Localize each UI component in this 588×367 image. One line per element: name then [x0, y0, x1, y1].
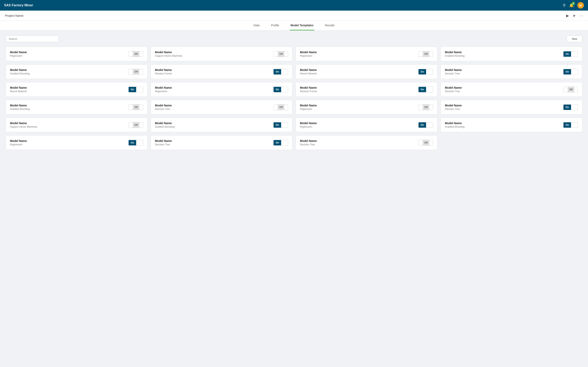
notification-badge: 4 [572, 2, 575, 5]
model-card: Model Name Support Vector Machines Off [6, 118, 147, 132]
toggle-wrap: On [273, 87, 288, 92]
share-icon[interactable]: ➤ [573, 13, 576, 18]
card-name: Model Name [445, 104, 462, 107]
toggle-off-label: Off [423, 105, 429, 110]
toggle-wrap: Off [418, 104, 433, 110]
card-info: Model Name Regression [300, 122, 317, 128]
toggle-switch[interactable]: On [273, 140, 288, 146]
card-name: Model Name [155, 50, 182, 54]
tab-profile[interactable]: Profile [270, 21, 280, 30]
toggle-wrap: On [273, 69, 288, 75]
toggle-on-label [419, 51, 423, 57]
toggle-switch[interactable]: On [129, 140, 143, 146]
toggle-switch[interactable]: On [273, 87, 288, 92]
toggle-off-label [426, 69, 429, 75]
toggle-switch[interactable]: Off [273, 104, 288, 110]
tab-model-templates[interactable]: Model Templates [290, 21, 314, 30]
card-type: Decision Tree [445, 108, 462, 110]
card-type: Gradient Boosting [445, 54, 465, 57]
avatar[interactable]: M [577, 2, 584, 8]
toggle-switch[interactable]: On [563, 104, 578, 110]
card-info: Model Name Neural Network [300, 68, 317, 75]
toggle-wrap: Off [418, 140, 433, 146]
toggle-on-label: On [563, 69, 571, 75]
card-type: Decision Tree [300, 143, 317, 146]
model-card: Model Name Regression On [6, 135, 147, 150]
card-name: Model Name [10, 50, 27, 54]
toggle-switch[interactable]: Off [129, 69, 143, 75]
new-button[interactable]: New [567, 35, 582, 42]
card-type: Decision Tree [155, 108, 172, 110]
card-info: Model Name Regression [300, 104, 317, 110]
toggle-off-label: Off [278, 105, 285, 110]
toggle-on-label [274, 51, 278, 57]
card-name: Model Name [300, 122, 317, 125]
card-name: Model Name [300, 68, 317, 72]
toggle-on-label [129, 69, 133, 75]
card-info: Model Name Support Vector Machines [155, 50, 182, 57]
more-icon[interactable]: ⋯ [579, 13, 583, 18]
toggle-switch[interactable]: Off [418, 140, 433, 146]
toggle-wrap: On [563, 122, 578, 128]
toggle-off-label: Off [568, 87, 574, 92]
model-card: Model Name Random Forest On [151, 64, 292, 79]
cards-grid: Model Name Regression Off Model Name Sup… [6, 47, 582, 150]
card-type: Regression [300, 54, 317, 57]
toggle-switch[interactable]: Off [418, 51, 433, 57]
toggle-switch[interactable]: Off [129, 104, 143, 110]
card-type: Regression [300, 108, 317, 110]
card-info: Model Name Gradient Boosting [10, 104, 30, 110]
card-info: Model Name Random Forest [300, 86, 317, 93]
toggle-wrap: On [418, 122, 433, 128]
model-card: Model Name Decision Tree On [441, 100, 582, 114]
model-card: Model Name Gradient Boosting Off [6, 100, 147, 114]
card-type: Neural Network [300, 72, 317, 75]
card-name: Model Name [10, 104, 30, 107]
toggle-switch[interactable]: On [418, 122, 433, 128]
toggle-wrap: On [129, 140, 143, 146]
toggle-switch[interactable]: On [273, 69, 288, 75]
toggle-wrap: On [563, 51, 578, 57]
toggle-on-label: On [563, 122, 571, 128]
tab-data[interactable]: Data [253, 21, 260, 30]
toggle-off-label [281, 122, 285, 128]
toggle-switch[interactable]: Off [129, 122, 143, 128]
play-icon[interactable]: ▶ [566, 13, 569, 18]
toggle-switch[interactable]: Off [418, 104, 433, 110]
card-name: Model Name [10, 86, 27, 89]
tab-results[interactable]: Results [324, 21, 336, 30]
toggle-off-label: Off [133, 51, 139, 57]
toggle-on-label [419, 140, 423, 145]
toggle-off-label [136, 87, 139, 92]
toggle-switch[interactable]: On [418, 69, 433, 75]
toggle-switch[interactable]: Off [563, 87, 578, 92]
toggle-wrap: On [563, 69, 578, 75]
toggle-switch[interactable]: On [273, 122, 288, 128]
toggle-off-label: Off [133, 105, 139, 110]
project-name: Project Name [5, 14, 24, 17]
toggle-off-label [571, 122, 574, 128]
toggle-switch[interactable]: Off [273, 51, 288, 57]
toggle-off-label [571, 105, 574, 110]
search-input[interactable] [6, 35, 59, 42]
model-card: Model Name Random Forest On [296, 82, 437, 97]
toggle-switch[interactable]: On [418, 87, 433, 92]
model-card: Model Name Decision Tree On [151, 135, 292, 150]
toggle-on-label [563, 87, 568, 92]
card-type: Regression [300, 125, 317, 128]
notifications-icon[interactable]: 🔔 4 [569, 3, 574, 8]
nav-right: ⚲ 🔔 4 M [563, 2, 584, 8]
toggle-on-label: On [419, 69, 426, 75]
toggle-switch[interactable]: On [563, 122, 578, 128]
toggle-switch[interactable]: On [563, 51, 578, 57]
toggle-switch[interactable]: On [563, 69, 578, 75]
card-name: Model Name [155, 86, 172, 89]
toggle-on-label: On [419, 122, 426, 128]
model-card: Model Name Decision Tree Off [441, 82, 582, 97]
toggle-switch[interactable]: Off [129, 51, 143, 57]
toggle-switch[interactable]: On [129, 87, 143, 92]
model-card: Model Name Regression On [296, 118, 437, 132]
search-icon[interactable]: ⚲ [563, 3, 566, 8]
card-info: Model Name Decision Tree [300, 139, 317, 146]
toggle-on-label [419, 105, 423, 110]
